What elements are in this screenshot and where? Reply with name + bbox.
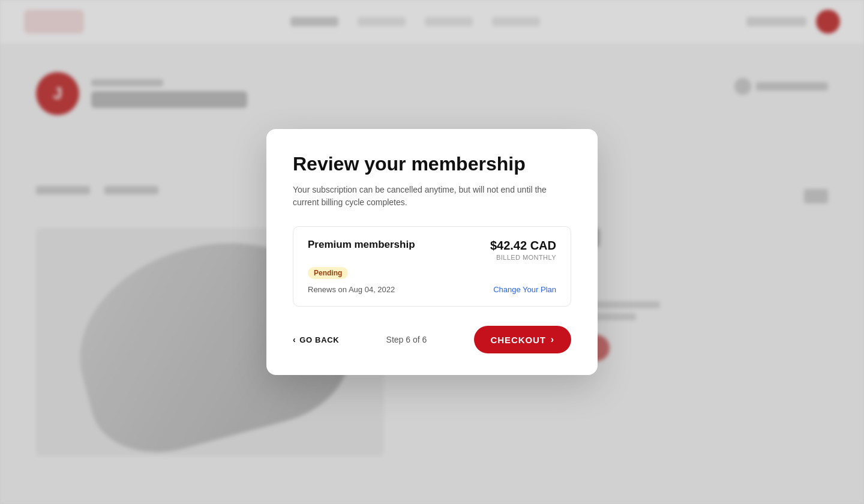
membership-card-header: Premium membership $42.42 CAD BILLED MON… bbox=[308, 239, 556, 261]
modal-title: Review your membership bbox=[293, 153, 571, 175]
membership-card: Premium membership $42.42 CAD BILLED MON… bbox=[293, 226, 571, 307]
membership-price: $42.42 CAD bbox=[490, 239, 556, 253]
membership-name: Premium membership bbox=[308, 239, 415, 251]
checkout-button[interactable]: CHECKOUT › bbox=[474, 326, 571, 353]
membership-card-footer: Renews on Aug 04, 2022 Change Your Plan bbox=[308, 285, 556, 294]
go-back-chevron-icon: ‹ bbox=[293, 335, 296, 344]
go-back-button[interactable]: ‹ GO BACK bbox=[293, 335, 339, 344]
modal-footer: ‹ GO BACK Step 6 of 6 CHECKOUT › bbox=[293, 326, 571, 353]
review-membership-modal: Review your membership Your subscription… bbox=[266, 129, 598, 375]
checkout-chevron-icon: › bbox=[551, 334, 554, 345]
membership-billing: BILLED MONTHLY bbox=[490, 254, 556, 261]
step-indicator: Step 6 of 6 bbox=[386, 335, 427, 344]
modal-subtitle: Your subscription can be cancelled anyti… bbox=[293, 184, 571, 209]
membership-renews-text: Renews on Aug 04, 2022 bbox=[308, 285, 395, 294]
checkout-label: CHECKOUT bbox=[491, 335, 546, 345]
membership-price-block: $42.42 CAD BILLED MONTHLY bbox=[490, 239, 556, 261]
membership-status-badge: Pending bbox=[308, 267, 348, 279]
change-plan-link[interactable]: Change Your Plan bbox=[493, 285, 556, 294]
go-back-label: GO BACK bbox=[299, 335, 339, 344]
